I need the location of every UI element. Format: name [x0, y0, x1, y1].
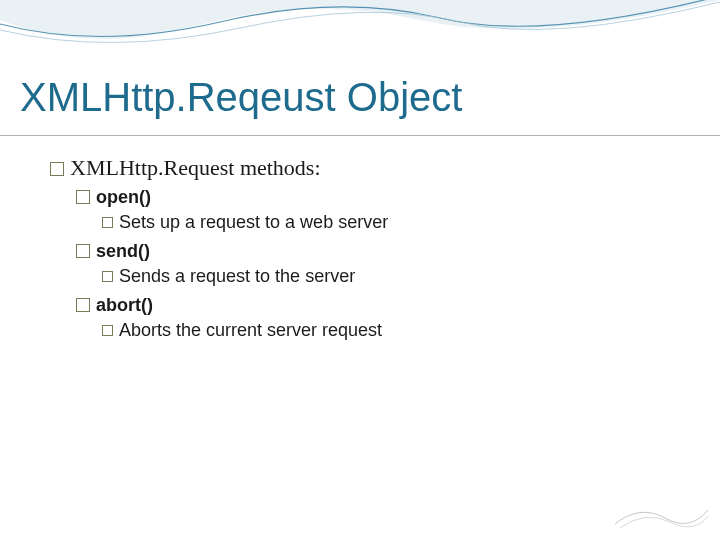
method-desc: Sets up a request to a web server: [102, 212, 670, 233]
intro-line: XMLHttp.Request methods:: [50, 155, 670, 181]
slide-title: XMLHttp.Reqeust Object: [20, 75, 462, 120]
square-bullet-icon: [102, 325, 113, 336]
method-desc: Aborts the current server request: [102, 320, 670, 341]
square-bullet-icon: [50, 162, 64, 176]
square-bullet-icon: [76, 190, 90, 204]
intro-text: XMLHttp.Request methods:: [70, 155, 321, 180]
square-bullet-icon: [102, 217, 113, 228]
header-wave-decoration: [0, 0, 720, 60]
square-bullet-icon: [76, 298, 90, 312]
footer-swirl-decoration: [610, 504, 710, 532]
method-desc-text: Aborts the current server request: [119, 320, 382, 340]
method-name: abort(): [76, 295, 670, 316]
method-name: send(): [76, 241, 670, 262]
method-desc-text: Sends a request to the server: [119, 266, 355, 286]
title-underline: [0, 135, 720, 136]
method-name-text: open(): [96, 187, 151, 207]
method-desc-text: Sets up a request to a web server: [119, 212, 388, 232]
method-desc: Sends a request to the server: [102, 266, 670, 287]
square-bullet-icon: [76, 244, 90, 258]
method-name-text: abort(): [96, 295, 153, 315]
method-name-text: send(): [96, 241, 150, 261]
slide-body: XMLHttp.Request methods: open() Sets up …: [50, 155, 670, 349]
method-name: open(): [76, 187, 670, 208]
square-bullet-icon: [102, 271, 113, 282]
